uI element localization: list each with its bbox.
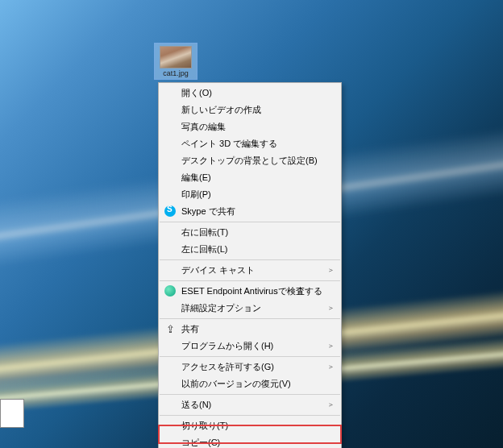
chevron-right-icon: ＞ [327,400,335,410]
chevron-right-icon: ＞ [327,265,335,276]
menu-share[interactable]: ⇪ 共有 [159,321,341,338]
skype-icon [164,205,177,218]
chevron-right-icon: ＞ [327,303,335,313]
menu-new-video[interactable]: 新しいビデオの作成 [159,102,341,118]
menu-skype-share[interactable]: Skype で共有 [159,203,341,220]
menu-edit[interactable]: 編集(E) [159,169,341,186]
menu-separator [160,259,340,260]
menu-separator [160,356,340,357]
menu-cut[interactable]: 切り取り(T) [159,417,341,434]
menu-separator [160,394,340,395]
background-window-sliver [0,399,24,428]
menu-eset-scan[interactable]: ESET Endpoint Antivirusで検査する [159,283,341,300]
file-label: cat1.jpg [156,70,195,77]
file-thumbnail [160,46,192,68]
menu-rotate-right[interactable]: 右に回転(T) [159,224,341,241]
menu-device-cast[interactable]: デバイス キャスト ＞ [159,262,341,279]
menu-separator [160,318,340,319]
menu-copy[interactable]: コピー(C) [159,434,341,448]
share-icon: ⇪ [164,322,177,335]
menu-separator [160,280,340,281]
desktop-file-icon-selected[interactable]: cat1.jpg [154,43,197,80]
menu-restore-previous[interactable]: 以前のバージョンの復元(V) [159,375,341,392]
context-menu: 開く(O) 新しいビデオの作成 写真の編集 ペイント 3D で編集する デスクト… [158,82,342,448]
menu-open[interactable]: 開く(O) [159,85,341,102]
desktop-background[interactable]: cat1.jpg 開く(O) 新しいビデオの作成 写真の編集 ペイント 3D で… [0,0,503,448]
menu-grant-access[interactable]: アクセスを許可する(G) ＞ [159,359,341,375]
menu-set-wallpaper[interactable]: デスクトップの背景として設定(B) [159,152,341,169]
menu-separator [160,222,340,222]
menu-send-to[interactable]: 送る(N) ＞ [159,396,341,413]
menu-eset-options[interactable]: 詳細設定オプション ＞ [159,300,341,317]
menu-separator [160,415,340,416]
menu-open-with[interactable]: プログラムから開く(H) ＞ [159,338,341,355]
chevron-right-icon: ＞ [327,341,335,351]
menu-rotate-left[interactable]: 左に回転(L) [159,241,341,258]
eset-icon [164,284,177,297]
chevron-right-icon: ＞ [327,362,335,372]
menu-print[interactable]: 印刷(P) [159,186,341,203]
menu-paint3d[interactable]: ペイント 3D で編集する [159,135,341,152]
menu-edit-photo[interactable]: 写真の編集 [159,118,341,135]
